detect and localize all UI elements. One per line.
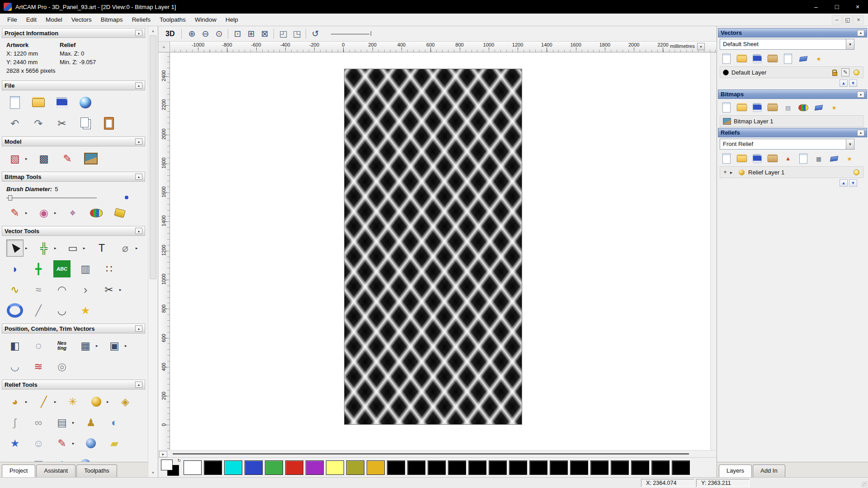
export-3d-preview-icon[interactable]	[77, 94, 94, 111]
vectors-section-header[interactable]: Vectors	[718, 28, 867, 38]
shape-editor-icon[interactable]: ◕	[6, 393, 24, 410]
create-spiral-icon[interactable]: ◎	[53, 358, 71, 375]
colour-swatch-17[interactable]	[529, 460, 547, 475]
relief-visibility-icon[interactable]	[852, 168, 860, 176]
expand-relief-layer-icon[interactable]	[730, 170, 735, 175]
new-model-icon[interactable]	[6, 94, 24, 111]
menu-vectors[interactable]: Vectors	[67, 14, 96, 26]
colour-swatch-2[interactable]	[224, 460, 242, 475]
colour-swatch-8[interactable]	[346, 460, 364, 475]
collapse-reliefs-icon[interactable]	[857, 130, 864, 136]
save-vector-layer-icon[interactable]	[752, 54, 762, 64]
paste-along-curve-icon[interactable]: ▥	[77, 260, 94, 277]
dome-tool-icon[interactable]	[88, 393, 105, 410]
scroll-down-icon[interactable]	[149, 469, 157, 476]
zoom-objects-icon[interactable]: ⊠	[259, 28, 270, 40]
zoom-in-icon[interactable]: ⊕	[186, 28, 198, 40]
menu-window[interactable]: Window	[190, 14, 221, 26]
mdi-close-icon[interactable]: ×	[854, 15, 863, 24]
trim-vector-icon[interactable]: ✂	[100, 281, 118, 298]
import-vectors-icon[interactable]	[768, 54, 778, 64]
flyout-arrow-icon[interactable]: ▸	[54, 211, 58, 215]
relief-selector[interactable]: Front Relief	[720, 139, 854, 150]
smooth-relief-icon[interactable]: ✳	[64, 393, 81, 410]
create-ring-icon[interactable]	[6, 302, 24, 319]
align-objects-icon[interactable]: ◧	[6, 337, 24, 354]
new-vector-layer-icon[interactable]	[722, 54, 731, 64]
scroll-up-icon[interactable]	[149, 27, 157, 34]
node-editing-icon[interactable]: ∷	[100, 260, 118, 277]
group-vectors-icon[interactable]: ▣	[106, 337, 123, 354]
menu-edit[interactable]: Edit	[22, 14, 41, 26]
flood-fill-icon[interactable]	[111, 204, 128, 221]
colour-swatch-13[interactable]	[448, 460, 466, 475]
flyout-arrow-icon[interactable]: ▸	[96, 343, 99, 348]
sphere-relief-icon[interactable]	[77, 455, 94, 462]
open-vector-file-icon[interactable]	[737, 54, 747, 64]
collapse-section-icon[interactable]	[135, 82, 142, 89]
colour-swatch-22[interactable]	[631, 460, 649, 475]
select-vectors-icon[interactable]	[6, 239, 24, 257]
create-arc-icon[interactable]: ◠	[53, 281, 71, 298]
layer-colour-icon[interactable]	[723, 70, 729, 75]
import-bitmap-icon[interactable]	[768, 103, 778, 113]
flyout-arrow-icon[interactable]: ▸	[25, 211, 29, 215]
relief-layers-icon[interactable]: ▤	[53, 414, 71, 431]
colour-swatch-19[interactable]	[570, 460, 588, 475]
vector-layer-row[interactable]: Default Layer	[720, 66, 863, 78]
move-layer-down-icon[interactable]	[849, 179, 857, 187]
mdi-restore-icon[interactable]: ◱	[843, 15, 853, 24]
flyout-arrow-icon[interactable]: ▸	[125, 343, 128, 348]
angled-plane-icon[interactable]: ◈	[117, 393, 134, 410]
primary-colour-swatch[interactable]	[161, 460, 173, 470]
colour-swatch-14[interactable]	[468, 460, 486, 475]
move-layer-down-icon[interactable]	[849, 80, 857, 87]
flyout-arrow-icon[interactable]: ▸	[83, 246, 87, 250]
save-relief-layer-icon[interactable]	[752, 154, 762, 164]
colour-swatch-4[interactable]	[265, 460, 283, 475]
section-header-bitmap-tools[interactable]: Bitmap Tools	[2, 172, 145, 182]
vector-wizard-icon[interactable]: ★	[77, 302, 94, 319]
delete-relief-layer-icon[interactable]	[829, 154, 839, 164]
paint-brush-icon[interactable]: ✎	[6, 204, 24, 221]
menu-help[interactable]: Help	[221, 14, 243, 26]
colour-swatch-0[interactable]	[184, 460, 202, 475]
canvas-viewport[interactable]	[170, 52, 710, 450]
refresh-view-icon[interactable]: ↺	[309, 28, 321, 40]
colour-swatch-20[interactable]	[590, 460, 609, 475]
export-vectors-icon[interactable]	[783, 54, 793, 64]
layer-visibility-icon[interactable]	[852, 68, 860, 76]
vertical-scrollbar[interactable]	[710, 52, 717, 450]
next-view-icon[interactable]: ◳	[291, 28, 302, 40]
close-button[interactable]: ×	[847, 0, 868, 14]
mdi-minimize-icon[interactable]: –	[832, 15, 842, 24]
celtic-knot-icon[interactable]: ∞	[30, 414, 47, 431]
flyout-arrow-icon[interactable]: ▸	[54, 246, 58, 250]
colour-swatch-9[interactable]	[367, 460, 385, 475]
bitmaps-section-header[interactable]: Bitmaps	[718, 89, 867, 99]
mesh-relief-icon[interactable]: ▦	[30, 455, 47, 462]
ruler-units-dropdown-icon[interactable]	[697, 43, 705, 50]
collapse-bitmaps-icon[interactable]	[857, 91, 864, 98]
vector-layer-options-icon[interactable]: ★	[814, 54, 824, 64]
move-layer-up-icon[interactable]	[840, 179, 848, 187]
flyout-arrow-icon[interactable]: ▸	[136, 246, 139, 250]
zoom-fit-icon[interactable]: ⊞	[245, 28, 257, 40]
colour-swatch-5[interactable]	[285, 460, 303, 475]
reliefs-section-header[interactable]: Reliefs	[718, 128, 867, 137]
maximize-button[interactable]: □	[826, 0, 847, 14]
tab-toolpaths[interactable]: Toolpaths	[76, 465, 117, 477]
colour-swatch-10[interactable]	[387, 460, 405, 475]
pick-colour-icon[interactable]: ⌖	[64, 204, 81, 221]
create-text-table-icon[interactable]: ABC	[53, 260, 71, 277]
model-lighting-icon[interactable]: ✎	[59, 150, 76, 167]
dropdown-arrow-icon[interactable]	[846, 39, 854, 49]
slice-relief-icon[interactable]: ▱	[100, 455, 118, 462]
offset-vector-icon[interactable]: ›	[77, 281, 94, 298]
collapse-section-icon[interactable]	[135, 30, 142, 36]
new-relief-layer-icon[interactable]	[722, 154, 731, 164]
view-3d-button[interactable]: 3D	[163, 29, 177, 39]
dropdown-arrow-icon[interactable]	[846, 139, 854, 149]
bitmap-layer-options-icon[interactable]: ★	[829, 103, 839, 113]
colour-swatch-15[interactable]	[489, 460, 507, 475]
